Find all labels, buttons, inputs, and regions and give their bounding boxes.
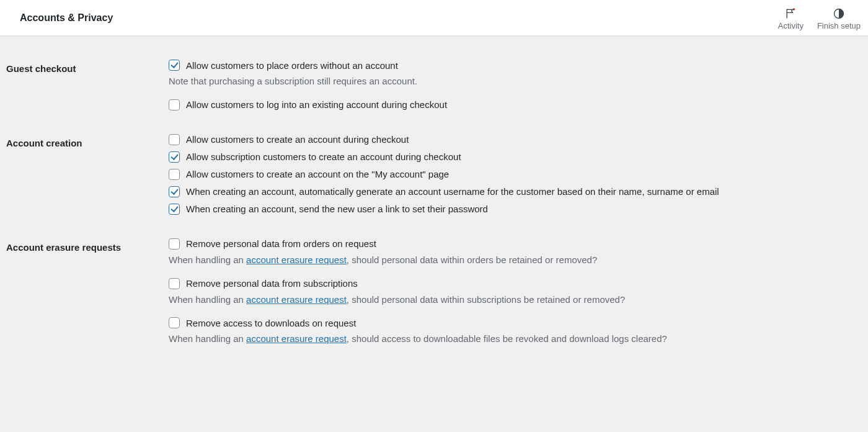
erasure-request-link[interactable]: account erasure request <box>246 254 347 265</box>
contrast-circle-icon <box>833 7 845 20</box>
field-remove-orders: Remove personal data from orders on requ… <box>169 238 848 267</box>
checkbox-send-password-link[interactable] <box>169 204 180 215</box>
checkbox-remove-downloads[interactable] <box>169 317 180 328</box>
field-create-on-my-account: Allow customers to create an account on … <box>169 169 848 180</box>
checkbox-label[interactable]: Allow customers to place orders without … <box>186 60 398 71</box>
field-description: When handling an account erasure request… <box>169 332 848 346</box>
checkbox-label[interactable]: Allow customers to create an account dur… <box>186 134 409 145</box>
field-create-during-checkout: Allow customers to create an account dur… <box>169 134 848 145</box>
field-note: Note that purchasing a subscription stil… <box>169 74 848 88</box>
section-account-creation: Account creation Allow customers to crea… <box>6 117 848 221</box>
activity-button[interactable]: Activity <box>778 7 804 30</box>
activity-label: Activity <box>778 21 804 30</box>
field-allow-no-account: Allow customers to place orders without … <box>169 60 848 88</box>
finish-setup-label: Finish setup <box>817 21 861 30</box>
erasure-request-link[interactable]: account erasure request <box>246 294 347 305</box>
checkbox-label[interactable]: Allow customers to create an account on … <box>186 169 449 179</box>
topbar-actions: Activity Finish setup <box>778 5 861 30</box>
checkbox-label[interactable]: Remove access to downloads on request <box>186 318 356 328</box>
section-title: Account erasure requests <box>6 238 169 253</box>
checkbox-remove-subs[interactable] <box>169 278 180 289</box>
topbar: Accounts & Privacy Activity Finish setup <box>0 0 868 36</box>
checkbox-allow-no-account[interactable] <box>169 60 180 71</box>
section-account-erasure: Account erasure requests Remove personal… <box>6 221 848 357</box>
field-send-password-link: When creating an account, send the new u… <box>169 204 848 215</box>
section-title: Guest checkout <box>6 60 169 74</box>
checkbox-label[interactable]: Remove personal data from subscriptions <box>186 278 358 289</box>
field-auto-username: When creating an account, automatically … <box>169 186 848 197</box>
checkbox-create-on-my-account[interactable] <box>169 169 180 180</box>
flag-icon <box>784 7 797 20</box>
field-description: When handling an account erasure request… <box>169 293 848 307</box>
checkbox-label[interactable]: Remove personal data from orders on requ… <box>186 238 376 249</box>
section-title: Account creation <box>6 134 169 148</box>
checkbox-sub-create-during-checkout[interactable] <box>169 151 180 163</box>
field-sub-create-during-checkout: Allow subscription customers to create a… <box>169 151 848 163</box>
checkbox-label[interactable]: When creating an account, send the new u… <box>186 204 488 214</box>
checkbox-auto-username[interactable] <box>169 186 180 197</box>
checkbox-remove-orders[interactable] <box>169 238 180 250</box>
settings-form: Guest checkout Allow customers to place … <box>0 36 868 382</box>
field-remove-downloads: Remove access to downloads on request Wh… <box>169 317 848 346</box>
field-remove-subs: Remove personal data from subscriptions … <box>169 278 848 307</box>
field-allow-login-checkout: Allow customers to log into an existing … <box>169 99 848 110</box>
finish-setup-button[interactable]: Finish setup <box>817 7 861 30</box>
checkbox-label[interactable]: Allow customers to log into an existing … <box>186 99 447 110</box>
checkbox-allow-login-checkout[interactable] <box>169 99 180 110</box>
page-title: Accounts & Privacy <box>20 12 113 24</box>
svg-point-0 <box>793 8 795 10</box>
section-guest-checkout: Guest checkout Allow customers to place … <box>6 42 848 117</box>
erasure-request-link[interactable]: account erasure request <box>246 333 347 344</box>
checkbox-create-during-checkout[interactable] <box>169 134 180 145</box>
field-description: When handling an account erasure request… <box>169 253 848 267</box>
checkbox-label[interactable]: Allow subscription customers to create a… <box>186 151 461 162</box>
checkbox-label[interactable]: When creating an account, automatically … <box>186 186 719 197</box>
